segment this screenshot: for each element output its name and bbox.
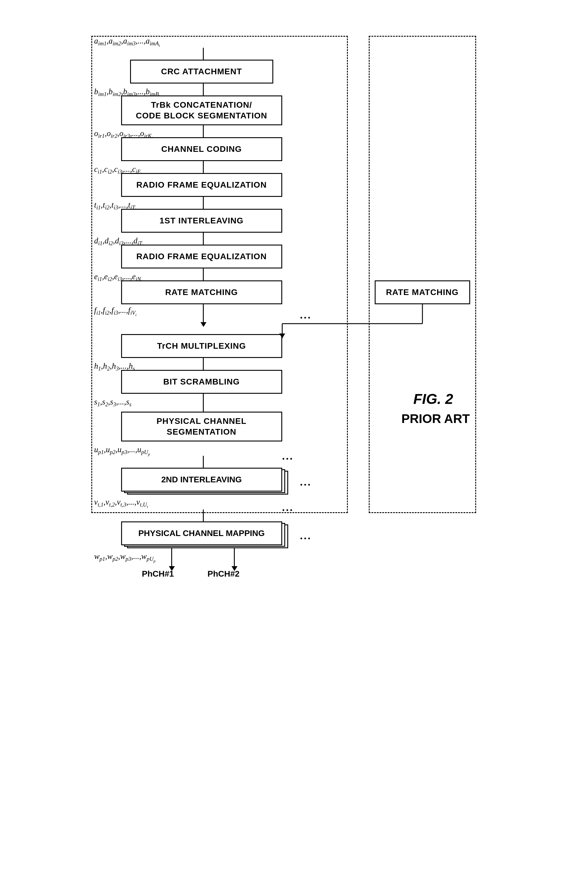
interleaving2-layered: 2ND INTERLEAVING xyxy=(121,468,294,495)
bit-scrambling-box: BIT SCRAMBLING xyxy=(121,370,282,394)
dots-seg: ... xyxy=(282,450,294,462)
diagram-container: aim1,aim2,aim3,...,aimAi CRC ATTACHMENT … xyxy=(56,18,533,838)
dots-v-signal: ... xyxy=(282,501,294,514)
arrow-pcm-phch2 xyxy=(231,548,237,571)
rate-matching-box-right: RATE MATCHING xyxy=(375,280,470,304)
crc-attachment-box: CRC ATTACHMENT xyxy=(130,60,273,84)
rate-matching-box: RATE MATCHING xyxy=(121,280,282,304)
phch2-label: PhCH#2 xyxy=(208,569,240,579)
dots-pcm: ... xyxy=(300,529,312,542)
after-scramble-signal: s1,s2,s3,...,ss xyxy=(94,397,132,408)
phch1-label: PhCH#1 xyxy=(142,569,174,579)
physical-channel-map-layered: PHYSICAL CHANNEL MAPPING xyxy=(121,522,294,548)
output-signal: wp1,wp2,wp3,...,wpUp xyxy=(94,552,156,564)
prior-art-label: PRIOR ART xyxy=(402,412,470,426)
dashed-outer-right xyxy=(369,36,476,513)
arrow-pcm-phch1 xyxy=(169,548,175,571)
after-rate-signal: fi1,fi2,fi3,...,fiVi xyxy=(94,306,136,317)
trch-mux-box: TrCH MULTIPLEXING xyxy=(121,334,282,358)
radio-frame-eq2-box: RADIO FRAME EQUALIZATION xyxy=(121,244,282,268)
radio-frame-eq1-box: RADIO FRAME EQUALIZATION xyxy=(121,173,282,197)
interleaving1-box: 1ST INTERLEAVING xyxy=(121,209,282,233)
dots-interleave2: ... xyxy=(300,476,312,488)
trbk-box: TrBk CONCATENATION/ CODE BLOCK SEGMENTAT… xyxy=(121,96,282,125)
input-signal: aim1,aim2,aim3,...,aimAi xyxy=(94,36,160,48)
channel-coding-box: CHANNEL CODING xyxy=(121,137,282,161)
after-seg-signal: up1,up2,up3,...,upUp xyxy=(94,445,150,457)
after-interleave2-signal: vt,1,vt,2,vt,3,...,vt,Ut xyxy=(94,498,148,509)
page: aim1,aim2,aim3,...,aimAi CRC ATTACHMENT … xyxy=(0,0,588,874)
physical-channel-seg-box: PHYSICAL CHANNEL SEGMENTATION xyxy=(121,412,282,441)
fig-label: FIG. 2 xyxy=(414,391,453,407)
arrow-rate-trch xyxy=(201,304,207,327)
dots-rate: ... xyxy=(300,309,312,321)
